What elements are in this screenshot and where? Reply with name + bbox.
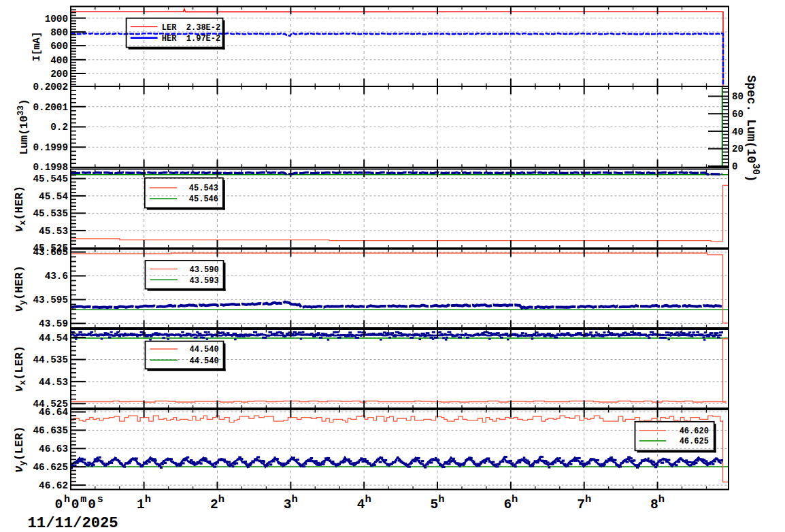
svg-text:HER 1.97E-2: HER 1.97E-2 — [162, 34, 220, 44]
svg-text:0.2001: 0.2001 — [33, 102, 68, 113]
svg-text:0h0m0s: 0h0m0s — [55, 494, 105, 512]
svg-text:60: 60 — [732, 109, 744, 120]
svg-text:44.540: 44.540 — [189, 345, 218, 354]
svg-text:45.535: 45.535 — [33, 208, 68, 219]
svg-text:45.546: 45.546 — [189, 195, 218, 204]
svg-text:0.1999: 0.1999 — [33, 142, 68, 153]
svg-text:43.595: 43.595 — [33, 295, 68, 305]
svg-text:46.62: 46.62 — [39, 480, 68, 491]
svg-text:43.59: 43.59 — [39, 318, 68, 329]
svg-text:45.54: 45.54 — [39, 191, 68, 202]
svg-text:46.635: 46.635 — [33, 425, 68, 436]
svg-text:46.64: 46.64 — [39, 407, 68, 418]
svg-text:0.1998: 0.1998 — [33, 162, 68, 173]
svg-text:43.6: 43.6 — [45, 271, 68, 282]
svg-text:44.535: 44.535 — [33, 354, 68, 365]
svg-text:800: 800 — [50, 27, 68, 38]
svg-text:80: 80 — [732, 91, 744, 102]
svg-text:11/11/2025: 11/11/2025 — [28, 515, 118, 532]
svg-text:0.2002: 0.2002 — [33, 82, 68, 93]
svg-text:45.543: 45.543 — [189, 184, 218, 193]
svg-text:44.53: 44.53 — [39, 377, 68, 388]
svg-text:46.625: 46.625 — [680, 437, 709, 446]
svg-text:44.54: 44.54 — [39, 333, 68, 344]
svg-text:43.590: 43.590 — [189, 265, 218, 275]
svg-text:I[mA]: I[mA] — [31, 32, 42, 62]
svg-text:44.540: 44.540 — [189, 356, 218, 366]
svg-text:400: 400 — [50, 55, 68, 66]
svg-text:43.605: 43.605 — [33, 247, 68, 258]
svg-text:LER 2.38E-2: LER 2.38E-2 — [162, 23, 220, 33]
svg-text:600: 600 — [50, 41, 68, 52]
svg-text:40: 40 — [732, 127, 744, 137]
svg-text:43.593: 43.593 — [189, 276, 218, 286]
svg-text:0.2: 0.2 — [50, 122, 68, 133]
svg-text:200: 200 — [50, 69, 68, 80]
svg-text:46.63: 46.63 — [39, 444, 68, 454]
svg-text:0: 0 — [732, 161, 737, 172]
svg-text:46.625: 46.625 — [33, 462, 68, 473]
svg-text:46.620: 46.620 — [680, 427, 709, 436]
svg-text:1000: 1000 — [45, 14, 68, 24]
svg-text:45.53: 45.53 — [39, 226, 68, 237]
svg-text:45.545: 45.545 — [33, 173, 68, 184]
svg-text:20: 20 — [732, 144, 744, 154]
